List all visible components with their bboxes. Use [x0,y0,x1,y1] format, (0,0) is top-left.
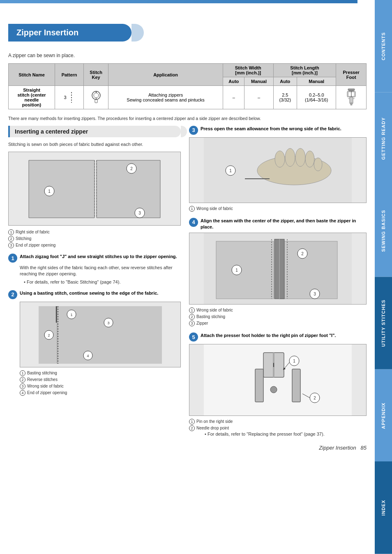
step-4-number: 4 [189,218,198,227]
col-stitch-length: Stitch Length[mm (inch.)] [273,64,336,77]
col-stitch-name: Stitch Name [9,64,55,86]
col-width-manual: Manual [244,77,273,86]
pattern-cell: 3 [55,86,84,109]
sidebar-item-getting-ready[interactable]: GETTING READY [375,92,392,185]
sidebar-item-contents[interactable]: CONTENTS [375,0,392,92]
svg-text:2: 2 [314,396,316,400]
svg-text:2: 2 [301,252,304,256]
step-2-heading: Using a basting stitch, continue sewing … [20,290,158,296]
svg-rect-11 [350,97,353,104]
svg-point-42 [305,151,314,167]
svg-rect-63 [292,369,300,402]
step-5-number: 5 [189,332,198,342]
step-1-note: For details, refer to "Basic Stitching" … [20,279,181,284]
step-5-heading: Attach the presser foot holder to the ri… [201,332,336,339]
svg-text:3: 3 [314,292,316,296]
left-description: Stitching is sewn on both pieces of fabr… [8,141,181,148]
step-3: 3 Press open the seam allowance from the… [189,126,367,212]
presser-foot-cell [336,86,367,109]
svg-point-2 [94,93,99,98]
stitch-key-cell [84,86,108,109]
svg-text:1: 1 [70,313,72,317]
right-column: 3 Press open the seam allowance from the… [189,126,367,451]
sidebar-getting-ready-label: GETTING READY [381,117,386,159]
page-title: Zipper Insertion [8,24,131,42]
sidebar-item-appendix[interactable]: APPENDIX [375,369,392,462]
svg-point-43 [314,158,322,171]
col-width-auto: Auto [223,77,244,86]
svg-point-64 [270,386,277,393]
col-presser-foot: PresserFoot [336,64,367,86]
step-4-legend: 1 Wrong side of fabric 2 Basting stichin… [189,307,367,327]
svg-point-41 [295,148,305,166]
step-2-legend: 1 Basting stitching 2 Reverse stitches 3… [20,370,181,396]
svg-text:1: 1 [48,189,51,194]
col-length-manual: Manual [297,77,336,86]
step-1-number: 1 [8,254,17,263]
step-1: 1 Attach zigzag foot "J" and sew straigh… [8,254,181,284]
step-1-heading: Attach zigzag foot "J" and sew straight … [20,254,177,260]
right-sidebar: CONTENTS GETTING READY SEWING BASICS UTI… [375,0,392,554]
step-5-note: For details, refer to "Replacing the pre… [201,432,367,436]
step-1-body: With the right sides of the fabric facin… [20,265,181,277]
svg-text:1: 1 [235,268,238,272]
step-3-heading: Press open the seam allowance from the w… [201,126,341,132]
step-2-number: 2 [8,290,17,299]
step-2: 2 Using a basting stitch, continue sewin… [8,290,181,396]
left-column: Inserting a centered zipper Stitching is… [8,126,181,451]
width-manual-cell: – [244,86,273,109]
col-stitch-key: StitchKey [84,64,108,86]
svg-rect-5 [95,99,97,103]
col-length-auto: Auto [273,77,297,86]
svg-text:2: 2 [130,166,133,171]
sidebar-appendix-label: APPENDIX [381,402,386,429]
length-manual-cell: 0.2–5.0(1/64–3/16) [297,86,336,109]
width-auto-cell: – [223,86,244,109]
step-5: 5 Attach the presser foot holder to the … [189,332,367,436]
sidebar-item-index[interactable]: INDEX [375,462,392,554]
page-footer: Zipper Insertion 85 [189,445,367,451]
svg-rect-14 [350,103,352,105]
svg-text:3: 3 [107,321,109,325]
page-subtitle: A zipper can be sewn in place. [8,53,367,58]
svg-text:2: 2 [48,333,50,337]
step-3-number: 3 [189,126,198,135]
svg-text:3: 3 [138,211,141,215]
svg-rect-48 [216,241,274,299]
col-application: Application [108,64,223,86]
stitch-name-cell: Straightstitch (centerneedleposition) [9,86,55,109]
col-stitch-width: Stitch Width[mm (inch.)] [223,64,273,77]
svg-rect-6 [348,89,355,90]
sidebar-sewing-basics-label: SEWING BASICS [381,210,386,252]
stitch-table: Stitch Name Pattern StitchKey Applicatio… [8,63,367,109]
svg-text:4: 4 [87,354,89,358]
sidebar-utility-stitches-label: UTILITY STITCHES [381,300,386,347]
page-label: Zipper Insertion 85 [319,445,367,451]
length-auto-cell: 2.5(3/32) [273,86,297,109]
svg-rect-49 [280,241,337,299]
sidebar-item-sewing-basics[interactable]: SEWING BASICS [375,185,392,277]
left-diagram-legend: 1 Right side of fabric 2 Stitching 3 End… [8,229,181,249]
pattern-number: 3 [64,95,67,100]
centered-zipper-diagram: 1 2 3 [8,152,181,226]
svg-marker-15 [29,160,95,218]
section-header-centered-zipper: Inserting a centered zipper [8,126,181,137]
sidebar-contents-label: CONTENTS [381,32,386,60]
svg-point-39 [275,151,285,167]
table-note: There are many methods for inserting zip… [8,115,367,122]
step-5-legend: 1 Pin on the right side 2 Needle drop po… [189,418,367,432]
step-3-legend: 1 Wrong side of fabric [189,205,367,212]
svg-point-40 [285,148,295,166]
svg-text:1: 1 [229,169,232,173]
svg-rect-62 [255,369,263,402]
col-pattern: Pattern [55,64,84,86]
svg-text:I: I [273,362,274,368]
application-cell: Attaching zippersSewing concealed seams … [108,86,223,109]
svg-text:1: 1 [293,359,295,363]
step-4: 4 Align the seam with the center of the … [189,218,367,327]
sidebar-item-utility-stitches[interactable]: UTILITY STITCHES [375,277,392,369]
step-4-heading: Align the seam with the center of the zi… [201,218,367,231]
table-row: Straightstitch (centerneedleposition) 3 [9,86,367,109]
sidebar-index-label: INDEX [381,500,386,516]
